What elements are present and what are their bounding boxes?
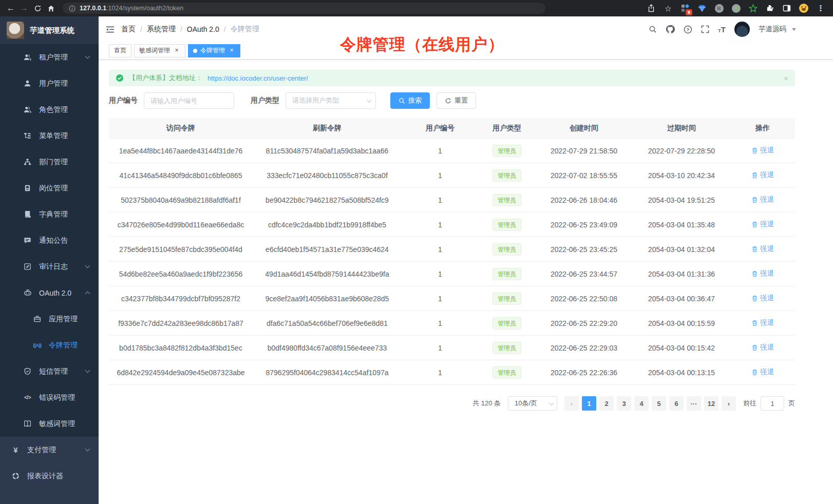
star-icon[interactable]: ☆ — [663, 3, 673, 13]
sidebar-item-tenant[interactable]: 租户管理 — [0, 44, 99, 70]
page-content: 【用户体系】文档地址： https://doc.iocoder.cn/user-… — [99, 60, 833, 411]
search-icon[interactable] — [649, 25, 657, 33]
page-button-2[interactable]: 2 — [599, 396, 614, 411]
page-button-4[interactable]: 4 — [634, 396, 649, 411]
sidebar-item-sensitive-word[interactable]: 敏感词管理 — [0, 411, 99, 437]
green-star-icon[interactable] — [748, 3, 758, 13]
force-logout-button[interactable]: 强退 — [751, 195, 774, 204]
puzzle-icon[interactable] — [765, 3, 775, 13]
reload-icon[interactable] — [31, 2, 44, 15]
side-panel-icon[interactable] — [782, 3, 792, 13]
sidebar-item-report-designer[interactable]: 报表设计器 — [0, 463, 99, 489]
home-icon[interactable] — [44, 2, 58, 15]
page-button-1[interactable]: 1 — [582, 396, 596, 411]
forward-icon[interactable]: → — [17, 2, 31, 15]
sidebar-item-sms[interactable]: 短信管理 — [0, 358, 99, 384]
font-size-icon[interactable]: TT — [718, 26, 726, 33]
user-type-select[interactable]: 请选择用户类型 — [286, 92, 376, 109]
create-time-cell: 2022-06-25 22:29:03 — [535, 344, 633, 352]
create-time-cell: 2022-06-25 23:44:57 — [535, 270, 633, 278]
sidebar-item-oauth2-token[interactable]: ((A))令牌管理 — [0, 332, 99, 358]
search-button[interactable]: 搜索 — [390, 92, 430, 109]
tag-close-icon[interactable]: × — [173, 47, 180, 54]
page-info-icon[interactable] — [69, 5, 75, 12]
back-icon[interactable]: ← — [4, 2, 17, 15]
sidebar-item-role[interactable]: 角色管理 — [0, 96, 99, 123]
sidebar-item-notice[interactable]: 通知公告 — [0, 227, 99, 254]
page-button-3[interactable]: 3 — [617, 396, 631, 411]
extensions-icon[interactable]: 9 — [680, 3, 690, 13]
menu-dots-icon[interactable]: ⋮ — [816, 3, 826, 13]
force-logout-button[interactable]: 强退 — [751, 367, 774, 377]
force-logout-button[interactable]: 强退 — [751, 294, 774, 303]
breadcrumb-item[interactable]: OAuth 2.0 — [187, 25, 219, 33]
breadcrumb-item[interactable]: 首页 — [121, 25, 136, 34]
more-pages-button[interactable]: ··· — [687, 396, 701, 411]
page-size-select[interactable]: 10条/页 — [508, 396, 557, 411]
sidebar-item-oauth2-app[interactable]: 应用管理 — [0, 306, 99, 332]
breadcrumb-item[interactable]: 系统管理 — [147, 25, 176, 34]
fullscreen-icon[interactable] — [701, 25, 709, 33]
doc-link[interactable]: https://doc.iocoder.cn/user-center/ — [207, 74, 308, 82]
table-row: c347026e805e4d99b0d116eae66eda8ccdfc4ce9… — [109, 212, 795, 237]
create-time-cell: 2022-07-02 18:55:55 — [535, 171, 633, 180]
prev-page-button[interactable]: ‹ — [564, 396, 579, 411]
page-button-5[interactable]: 5 — [652, 396, 666, 411]
app-logo[interactable]: 芋道管理系统 — [0, 16, 99, 44]
avatar[interactable] — [734, 22, 750, 37]
gem-icon[interactable] — [697, 3, 707, 13]
expire-time-cell: 2054-03-04 00:15:42 — [633, 344, 730, 352]
sidebar-item-audit-log[interactable]: 审计日志 — [0, 254, 99, 280]
menu-tree-icon — [23, 132, 32, 140]
force-logout-button[interactable]: 强退 — [751, 170, 774, 180]
github-icon[interactable] — [666, 25, 675, 34]
table-row: c342377bf8b344799dcbf7bf095287f29ce8ef2a… — [109, 286, 795, 311]
sidebar-item-dict[interactable]: 字典管理 — [0, 201, 99, 227]
tag-敏感词管理[interactable]: 敏感词管理× — [134, 44, 185, 57]
help-icon[interactable]: ? — [684, 25, 692, 34]
record-circle-icon[interactable] — [731, 3, 741, 13]
user-type-badge: 管理员 — [493, 243, 521, 256]
sidebar-item-pay[interactable]: ¥支付管理 — [0, 437, 99, 463]
force-logout-button[interactable]: 强退 — [751, 244, 774, 254]
username[interactable]: 芋道源码 — [759, 25, 786, 34]
force-logout-button[interactable]: 强退 — [751, 318, 774, 327]
force-logout-button[interactable]: 强退 — [751, 146, 774, 155]
caret-down-icon[interactable] — [792, 28, 796, 31]
reset-button[interactable]: 重置 — [437, 92, 476, 109]
user-id-input[interactable] — [144, 92, 234, 109]
user-id-cell: 1 — [402, 295, 479, 303]
next-page-button[interactable]: › — [722, 396, 736, 411]
tag-首页[interactable]: 首页 — [109, 44, 131, 57]
force-logout-button[interactable]: 强退 — [751, 220, 774, 229]
share-icon[interactable] — [646, 3, 656, 13]
goto-page-input[interactable] — [761, 396, 784, 411]
token-icon: ((A)) — [33, 343, 42, 348]
table-row: 41c41346a548490f9dc8b01c6bfe0865333ecfc7… — [109, 163, 795, 188]
sidebar-item-error-code[interactable]: </>错误码管理 — [0, 384, 99, 411]
sidebar-item-menu[interactable]: 菜单管理 — [0, 123, 99, 149]
page-button-6[interactable]: 6 — [669, 396, 684, 411]
refresh-token-cell: 9ce8ef2aa9f14056b831ae9b608e28d5 — [253, 295, 402, 303]
url-path: :1024/system/oauth2/token — [106, 5, 183, 12]
address-bar[interactable]: 127.0.0.1:1024/system/oauth2/token — [63, 3, 545, 14]
badge-icon — [23, 184, 32, 192]
sidebar-item-post[interactable]: 岗位管理 — [0, 175, 99, 201]
expire-time-cell: 2022-07-29 22:28:50 — [633, 147, 730, 155]
sidebar-item-user[interactable]: 用户管理 — [0, 70, 99, 96]
sidebar-toggle-button[interactable] — [99, 16, 121, 42]
sidebar-item-oauth2[interactable]: OAuth 2.0 — [0, 280, 99, 306]
page-button-12[interactable]: 12 — [704, 396, 718, 411]
access-token-cell: 275e5de9151045fe87cbdc395e004f4d — [109, 245, 253, 254]
emoji-avatar-icon[interactable] — [799, 3, 809, 13]
force-logout-button[interactable]: 强退 — [751, 269, 774, 278]
page-unit-label: 页 — [788, 399, 795, 408]
sidebar-item-dept[interactable]: 部门管理 — [0, 149, 99, 175]
tag-close-icon[interactable]: × — [228, 47, 235, 54]
alert-close-icon[interactable]: × — [784, 74, 788, 83]
tag-令牌管理[interactable]: 令牌管理× — [188, 44, 240, 57]
expire-time-cell: 2054-03-04 01:31:36 — [633, 270, 730, 278]
chevron-down-icon — [85, 368, 90, 373]
command-circle-icon[interactable]: ⌘ — [714, 3, 724, 13]
force-logout-button[interactable]: 强退 — [751, 343, 774, 352]
